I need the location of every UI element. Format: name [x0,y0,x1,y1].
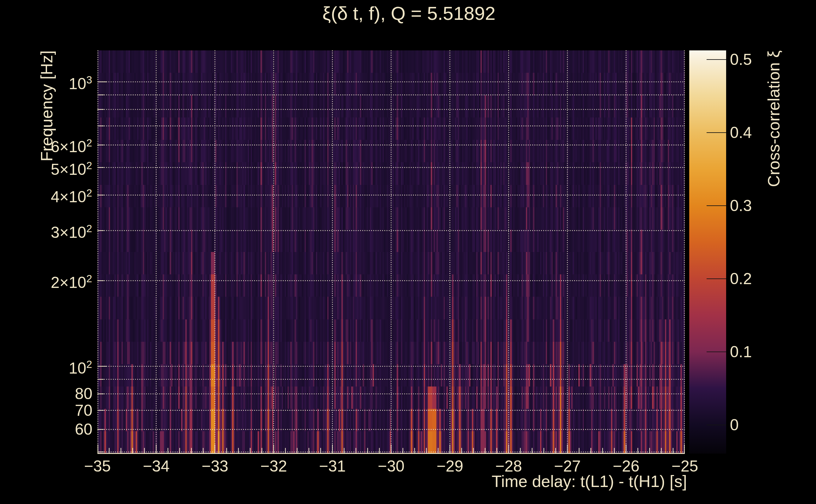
x-tick-label: −30 [378,457,405,475]
y-axis-title: Frequency [Hz] [37,50,55,227]
x-axis-title: Time delay: t(L1) - t(H1) [s] [491,472,687,491]
colorbar-tick-label: 0.5 [730,52,752,67]
colorbar-gradient [689,50,726,454]
figure: ξ(δ t, f), Q = 5.51892 −35−34−33−32−31−3… [0,0,816,504]
plot-title: ξ(δ t, f), Q = 5.51892 [323,3,496,24]
x-tick-label: −33 [201,457,228,475]
colorbar-tick-mark [707,352,726,352]
y-tick-label: 80 [0,386,92,402]
x-tick-label: −31 [319,457,346,475]
colorbar-tick-label: 0 [730,417,739,433]
colorbar-tick-mark [707,278,726,279]
colorbar-tick-label: 0.3 [730,198,752,214]
y-tick-label: 60 [0,421,92,437]
x-tick-label: −29 [436,457,463,475]
x-tick-label: −34 [143,457,169,475]
colorbar-tick-mark [707,205,726,206]
colorbar-tick-mark [707,59,726,60]
colorbar-tick-mark [707,425,726,425]
y-tick-label: 70 [0,403,92,418]
heatmap-canvas [97,50,685,454]
y-tick-label: 2×102 [0,271,92,290]
colorbar-tick-label: 0.2 [730,271,752,287]
colorbar-title: Cross-correlation ξ [764,50,782,254]
x-tick-label: −35 [84,457,111,475]
colorbar-tick-label: 0.1 [730,344,752,360]
y-tick-label: 102 [0,357,92,376]
x-tick-label: −32 [260,457,287,475]
colorbar-tick-label: 0.4 [730,125,752,140]
colorbar-tick-mark [707,132,726,133]
